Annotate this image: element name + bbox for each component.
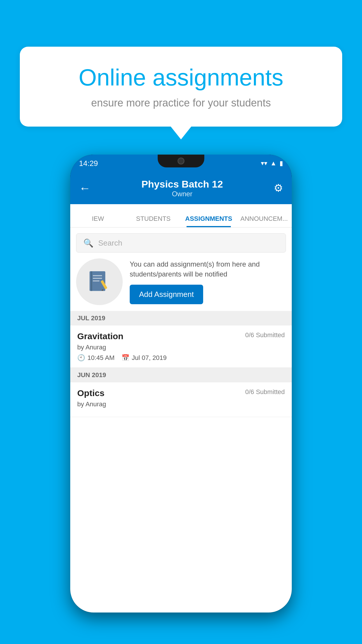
assignment-title-gravitation: Gravitation: [77, 331, 123, 341]
signal-icon: ▲: [270, 160, 277, 167]
phone-screen: 🔍 Search: [70, 228, 292, 612]
notebook-icon: [86, 269, 113, 295]
assignment-item-gravitation[interactable]: Gravitation 0/6 Submitted by Anurag 🕙 10…: [70, 326, 292, 368]
status-icons: ▾▾ ▲ ▮: [261, 160, 283, 167]
promo-description: You can add assignment(s) from here and …: [130, 259, 286, 279]
back-button[interactable]: ←: [79, 182, 91, 195]
assignment-top-optics: Optics 0/6 Submitted: [77, 388, 285, 398]
header-subtitle: Owner: [141, 190, 223, 198]
assignment-status-gravitation: 0/6 Submitted: [245, 331, 285, 339]
tab-students[interactable]: STUDENTS: [126, 215, 181, 227]
tab-bar: IEW STUDENTS ASSIGNMENTS ANNOUNCEM...: [70, 204, 292, 228]
svg-rect-3: [93, 278, 102, 279]
status-time: 14:29: [79, 159, 98, 168]
header-title: Physics Batch 12: [141, 178, 223, 190]
add-assignment-button[interactable]: Add Assignment: [130, 285, 203, 304]
phone-outer: 14:29 ▾▾ ▲ ▮ ← Physics Batch 12 Owner ⚙ …: [70, 155, 292, 612]
section-header-jun: JUN 2019: [70, 368, 292, 382]
assignment-time-gravitation: 🕙 10:45 AM: [77, 354, 115, 362]
svg-rect-1: [91, 271, 92, 291]
tab-assignments[interactable]: ASSIGNMENTS: [181, 215, 236, 227]
speech-bubble-container: Online assignments ensure more practice …: [20, 47, 342, 127]
tab-announcements[interactable]: ANNOUNCEM...: [236, 215, 292, 227]
assignment-top: Gravitation 0/6 Submitted: [77, 331, 285, 341]
phone-container: 14:29 ▾▾ ▲ ▮ ← Physics Batch 12 Owner ⚙ …: [70, 155, 292, 612]
assignment-date-gravitation: 📅 Jul 07, 2019: [122, 354, 167, 362]
assignment-item-optics[interactable]: Optics 0/6 Submitted by Anurag: [70, 382, 292, 417]
assignment-date-value: Jul 07, 2019: [132, 354, 167, 362]
svg-rect-4: [93, 281, 100, 281]
search-icon: 🔍: [83, 238, 94, 248]
clock-icon: 🕙: [77, 354, 85, 362]
assignment-status-optics: 0/6 Submitted: [245, 388, 285, 396]
section-header-jul: JUL 2019: [70, 311, 292, 326]
phone-camera: [178, 158, 184, 164]
bubble-title: Online assignments: [40, 64, 322, 91]
assignment-meta-gravitation: 🕙 10:45 AM 📅 Jul 07, 2019: [77, 354, 285, 362]
svg-rect-2: [93, 275, 102, 276]
promo-card: You can add assignment(s) from here and …: [76, 258, 286, 305]
app-header: ← Physics Batch 12 Owner ⚙: [70, 172, 292, 204]
promo-icon-circle: [76, 258, 123, 305]
header-title-area: Physics Batch 12 Owner: [141, 178, 223, 198]
wifi-icon: ▾▾: [261, 160, 267, 167]
assignment-by-optics: by Anurag: [77, 400, 285, 408]
phone-notch: [158, 155, 204, 167]
settings-button[interactable]: ⚙: [274, 182, 283, 194]
assignment-by-gravitation: by Anurag: [77, 344, 285, 351]
assignment-title-optics: Optics: [77, 388, 104, 398]
search-placeholder: Search: [98, 239, 122, 248]
search-bar[interactable]: 🔍 Search: [76, 233, 286, 253]
promo-text-area: You can add assignment(s) from here and …: [130, 259, 286, 304]
battery-icon: ▮: [280, 160, 283, 167]
tab-iew[interactable]: IEW: [70, 215, 126, 227]
calendar-icon: 📅: [122, 354, 129, 362]
speech-bubble: Online assignments ensure more practice …: [20, 47, 342, 127]
bubble-subtitle: ensure more practice for your students: [40, 97, 322, 109]
assignment-time-value: 10:45 AM: [87, 354, 115, 362]
